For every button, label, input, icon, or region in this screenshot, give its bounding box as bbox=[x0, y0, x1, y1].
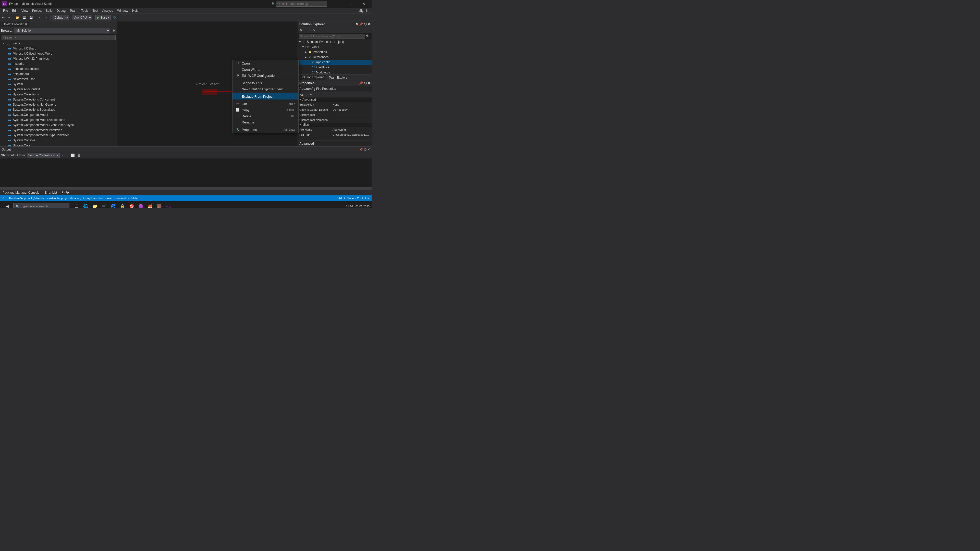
output-down-btn[interactable]: ↓ bbox=[65, 152, 69, 159]
menu-team[interactable]: Team bbox=[68, 8, 79, 13]
se-tab-team-explorer[interactable]: Team Explorer bbox=[326, 75, 351, 80]
config-dropdown[interactable]: Debug bbox=[52, 15, 69, 21]
taskbar-app2-icon[interactable]: 🟣 bbox=[137, 202, 145, 208]
se-solution-row[interactable]: ▼ ⬚ Solution 'Evasor' (1 project) bbox=[298, 39, 372, 44]
output-close-icon[interactable]: ✕ bbox=[368, 148, 370, 151]
props-pin-icon[interactable]: 📌 bbox=[359, 81, 363, 85]
quick-launch-input[interactable] bbox=[276, 1, 327, 6]
ob-item-system-componentmodel[interactable]: ■■ System.ComponentModel bbox=[0, 112, 117, 118]
ctx-exclude-from-project[interactable]: Exclude From Project bbox=[232, 94, 298, 100]
se-home-btn[interactable]: ⌂ bbox=[304, 27, 307, 33]
ob-item-newtonsoft[interactable]: ■■ Newtonsoft.Json bbox=[0, 76, 117, 82]
forward-nav-button[interactable]: → bbox=[44, 14, 49, 21]
ob-item-mswin32[interactable]: ■■ Microsoft.Win32.Primitives bbox=[0, 56, 117, 61]
se-search-btn[interactable]: 🔍 bbox=[365, 33, 371, 39]
attach-button[interactable]: 📎 bbox=[112, 14, 118, 21]
taskbar-edge-icon[interactable]: 🌐 bbox=[82, 202, 90, 208]
se-maximize-icon[interactable]: ⬡ bbox=[364, 22, 366, 26]
taskbar-chrome-icon[interactable]: 🌀 bbox=[109, 202, 118, 208]
se-sync-btn[interactable]: ↻ bbox=[299, 27, 303, 33]
ob-item-msoffice[interactable]: ■■ Microsoft.Office.Interop.Word bbox=[0, 51, 117, 56]
props-category-btn[interactable]: ≡ bbox=[305, 92, 309, 98]
props-edit-btn[interactable]: ✏ bbox=[309, 92, 313, 98]
se-tab-solution-explorer[interactable]: Solution Explorer bbox=[298, 75, 326, 80]
ob-search-input[interactable] bbox=[2, 35, 116, 40]
ob-item-system-componentmodel-eventbased[interactable]: ■■ System.ComponentModel.EventBasedAsync bbox=[0, 122, 117, 127]
taskbar-firefox-icon[interactable]: 🦊 bbox=[146, 202, 154, 208]
ctx-scope-to-this[interactable]: Scope to This bbox=[232, 80, 298, 86]
ob-item-system-console[interactable]: ■■ System.Console bbox=[0, 138, 117, 143]
props-maximize-icon[interactable]: ⬡ bbox=[364, 81, 366, 85]
output-pin-icon[interactable]: 📌 bbox=[359, 148, 363, 151]
menu-test[interactable]: Test bbox=[91, 8, 100, 13]
se-settings-btn[interactable]: ⚙ bbox=[312, 27, 317, 33]
ob-item-netstandard[interactable]: ■■ netstandard bbox=[0, 71, 117, 76]
platform-dropdown[interactable]: Any CPU bbox=[72, 15, 92, 21]
se-fileutil-row[interactable]: C# FileUtil.cs bbox=[298, 65, 372, 70]
save-button[interactable]: 💾 bbox=[21, 14, 27, 21]
ob-item-system-componentmodel-annotations[interactable]: ■■ System.ComponentModel.Annotations bbox=[0, 118, 117, 122]
output-stop-btn[interactable]: ⬜ bbox=[70, 152, 76, 159]
taskbar-app3-icon[interactable]: 🐻 bbox=[155, 202, 163, 208]
se-filter-btn[interactable]: ≡ bbox=[308, 27, 312, 33]
ctx-delete[interactable]: ✕ Delete Del bbox=[232, 113, 298, 119]
ob-item-microsoft-csharp[interactable]: ■■ Microsoft.CSharp bbox=[0, 46, 117, 51]
restore-button[interactable]: □ bbox=[345, 0, 357, 8]
output-clear-btn[interactable]: 🗑 bbox=[77, 152, 82, 159]
taskbar-app1-icon[interactable]: 🎯 bbox=[127, 202, 136, 208]
ctx-cut[interactable]: ✂ Cut Ctrl+X bbox=[232, 101, 298, 107]
ctx-properties[interactable]: 🔧 Properties Alt+Enter bbox=[232, 127, 298, 133]
output-source-dropdown[interactable]: Source Control - Git bbox=[27, 153, 60, 158]
ob-browse-select[interactable]: My Solution bbox=[14, 28, 110, 33]
ob-item-system-core[interactable]: ■■ System.Core bbox=[0, 143, 117, 146]
object-browser-tab[interactable]: Object Browser ✕ bbox=[0, 21, 30, 27]
source-control-label[interactable]: Add to Source Control ▲ bbox=[339, 197, 369, 200]
bottom-tab-pkg-manager[interactable]: Package Manager Console bbox=[0, 190, 42, 195]
props-advanced-section[interactable]: ▼ Advanced bbox=[298, 97, 372, 102]
ob-tree-evasor[interactable]: ▼ ⬚ Evasor bbox=[0, 41, 117, 46]
ob-item-system-collections-concurrent[interactable]: ■■ System.Collections.Concurrent bbox=[0, 97, 117, 102]
se-appconfig-row[interactable]: ⚙ App.config bbox=[298, 60, 372, 65]
menu-view[interactable]: View bbox=[19, 8, 30, 13]
menu-analyze[interactable]: Analyze bbox=[100, 8, 115, 13]
menu-file[interactable]: File bbox=[1, 8, 10, 13]
ob-settings-btn[interactable]: ⚙ bbox=[111, 27, 116, 34]
output-up-btn[interactable]: ↑ bbox=[61, 152, 64, 159]
taskbar-files-icon[interactable]: 📁 bbox=[91, 202, 99, 208]
menu-help[interactable]: Help bbox=[130, 8, 141, 13]
start-button[interactable]: ▶ Start ▾ bbox=[95, 15, 111, 21]
ob-item-system-componentmodel-primitives[interactable]: ■■ System.ComponentModel.Primitives bbox=[0, 127, 117, 133]
ob-item-system-collections[interactable]: ■■ System.Collections bbox=[0, 92, 117, 97]
minimize-button[interactable]: ─ bbox=[332, 0, 344, 8]
menu-project[interactable]: Project bbox=[30, 8, 44, 13]
se-properties-row[interactable]: ▶ 📁 Properties bbox=[298, 49, 372, 55]
se-pin-icon[interactable]: 📌 bbox=[359, 22, 363, 26]
ob-item-mscorlib[interactable]: ■■ mscorlib bbox=[0, 61, 117, 66]
ob-item-system-appcontext[interactable]: ■■ System.AppContext bbox=[0, 87, 117, 92]
ctx-edit-wcf[interactable]: ⚙ Edit WCF Configuration bbox=[232, 73, 298, 79]
ctx-rename[interactable]: Rename bbox=[232, 119, 298, 125]
ob-item-netfx[interactable]: ■■ netfx.force.conflicts bbox=[0, 66, 117, 71]
ob-item-system[interactable]: ■■ System bbox=[0, 82, 117, 87]
menu-window[interactable]: Window bbox=[115, 8, 130, 13]
taskbar-vs-icon[interactable]: VS bbox=[164, 202, 172, 208]
taskbar-lock-icon[interactable]: 🔒 bbox=[118, 202, 127, 208]
ctx-open-with[interactable]: Open With... bbox=[232, 66, 298, 73]
se-references-row[interactable]: ▶ ⚙ References bbox=[298, 55, 372, 60]
sign-in-button[interactable]: Sign in bbox=[357, 8, 371, 13]
close-button[interactable]: ✕ bbox=[358, 0, 369, 8]
open-button[interactable]: 📂 bbox=[14, 14, 21, 21]
ob-item-system-componentmodel-typeconverter[interactable]: ■■ System.ComponentModel.TypeConverter bbox=[0, 133, 117, 138]
back-nav-button[interactable]: ← bbox=[38, 14, 43, 21]
se-search-input[interactable] bbox=[299, 34, 365, 38]
save-all-button[interactable]: 💾 bbox=[28, 14, 34, 21]
ob-item-system-collections-nongeneric[interactable]: ■■ System.Collections.NonGeneric bbox=[0, 102, 117, 107]
se-module-row[interactable]: C# Module.cs bbox=[298, 70, 372, 75]
undo-button[interactable]: ↩ bbox=[1, 14, 6, 21]
redo-button[interactable]: ↪ bbox=[6, 14, 11, 21]
ctx-open[interactable]: ↺ Open bbox=[232, 60, 298, 66]
props-sort-btn[interactable]: AZ bbox=[299, 92, 304, 98]
menu-tools[interactable]: Tools bbox=[80, 8, 91, 13]
bottom-tab-error-list[interactable]: Error List bbox=[42, 190, 60, 195]
start-menu-button[interactable]: ⊞ bbox=[2, 202, 12, 208]
